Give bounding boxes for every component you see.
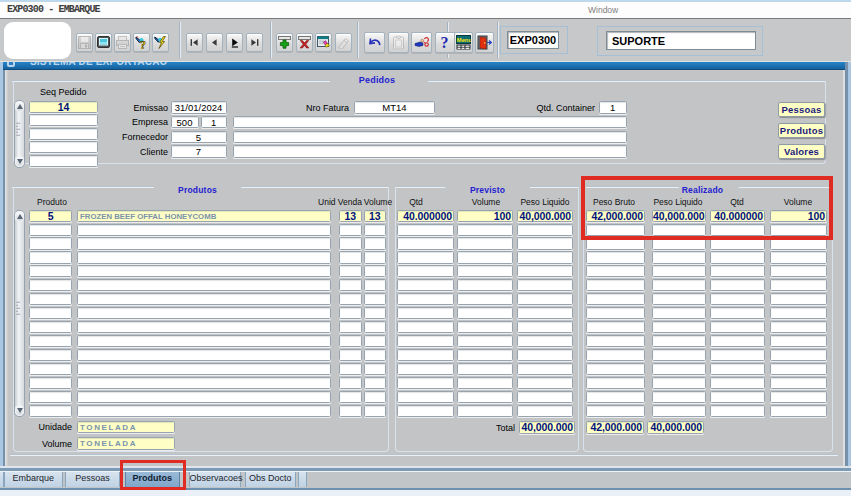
svg-text:?: ? [140, 38, 146, 50]
svg-text:?: ? [440, 35, 448, 50]
svg-text:Menu: Menu [456, 37, 470, 43]
